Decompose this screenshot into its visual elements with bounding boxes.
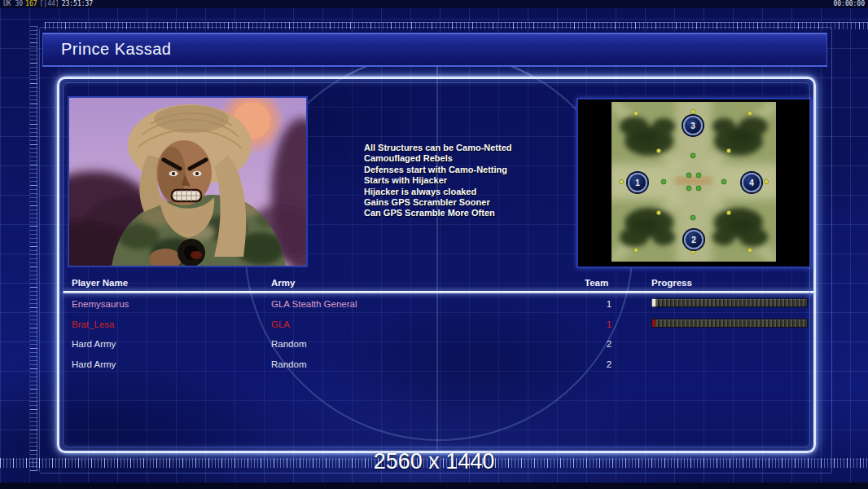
loadscreen-main-panel: All Structures can be Camo-Netted Camouf…	[57, 77, 816, 453]
column-army: Army	[271, 278, 295, 288]
ability-item: Hijacker is always cloaked	[364, 187, 568, 197]
player-name: Brat_Lesa	[72, 319, 114, 329]
start-position-marker-4: 4	[742, 173, 761, 192]
player-team: 1	[597, 319, 621, 329]
ability-item: Camouflaged Rebels	[364, 153, 568, 164]
player-table-rows: Enemysaurus GLA Stealth General 1 Brat_L…	[66, 295, 812, 375]
column-player-name: Player Name	[72, 278, 128, 288]
ability-item: Gains GPS Scrambler Sooner	[364, 197, 568, 208]
column-progress: Progress	[651, 278, 692, 288]
player-table-header: Player Name Army Team Progress	[66, 278, 812, 290]
general-portrait-art	[69, 98, 306, 266]
start-position-marker-1: 1	[628, 173, 647, 192]
player-army: GLA	[271, 319, 290, 329]
player-army: Random	[271, 339, 306, 349]
table-row: Enemysaurus GLA Stealth General 1	[66, 295, 812, 315]
map-preview-panel: 1 2 3 4	[576, 98, 812, 268]
general-title-bar: Prince Kassad	[42, 33, 827, 67]
top-overlay-strip: UK 30167[|44]23:51:37 00:00:00	[0, 0, 868, 8]
loading-screen: UK 30167[|44]23:51:37 00:00:00 Prince Ka…	[0, 0, 868, 489]
resolution-label: 2560 x 1440	[0, 449, 868, 474]
player-name: Hard Army	[72, 359, 116, 369]
elapsed-timer: 00:00:00	[833, 1, 865, 7]
ability-item: All Structures can be Camo-Netted	[364, 143, 568, 153]
ruler-top	[45, 22, 868, 29]
bottom-dark-strip	[0, 482, 868, 489]
table-row: Hard Army Random 2	[66, 335, 812, 355]
table-row: Hard Army Random 2	[66, 355, 812, 376]
debug-fps-value: 167	[25, 0, 37, 7]
general-abilities-list: All Structures can be Camo-Netted Camouf…	[364, 143, 568, 219]
debug-overlay-text: UK 30167[|44]23:51:37	[3, 1, 95, 7]
player-team: 2	[597, 359, 621, 369]
progress-fill	[652, 319, 655, 327]
player-army: Random	[271, 359, 306, 369]
player-name: Enemysaurus	[72, 299, 129, 309]
load-progress-bar	[651, 319, 808, 328]
player-army: GLA Stealth General	[271, 299, 357, 309]
debug-clock: 23:51:37	[62, 0, 94, 7]
progress-fill	[652, 299, 655, 306]
debug-flags: [|44]	[40, 0, 59, 7]
ruler-left	[30, 26, 37, 471]
table-row: Brat_Lesa GLA 1	[66, 315, 812, 336]
general-portrait	[68, 96, 308, 267]
general-name-title: Prince Kassad	[61, 40, 171, 59]
start-position-marker-2: 2	[684, 230, 704, 249]
map-preview-image: 1 2 3 4	[612, 102, 776, 262]
load-progress-bar	[651, 298, 808, 307]
ability-item: Can GPS Scramble More Often	[364, 208, 568, 218]
start-position-marker-3: 3	[683, 116, 703, 135]
player-name: Hard Army	[72, 339, 116, 349]
debug-app-tag: UK 30	[3, 0, 23, 7]
ability-item: Defenses start with Camo-Netting	[364, 165, 568, 175]
table-header-divider	[63, 291, 815, 293]
player-team: 2	[597, 339, 621, 349]
ability-item: Starts with Hijacker	[364, 175, 568, 186]
column-team: Team	[585, 278, 608, 288]
player-team: 1	[597, 299, 621, 309]
